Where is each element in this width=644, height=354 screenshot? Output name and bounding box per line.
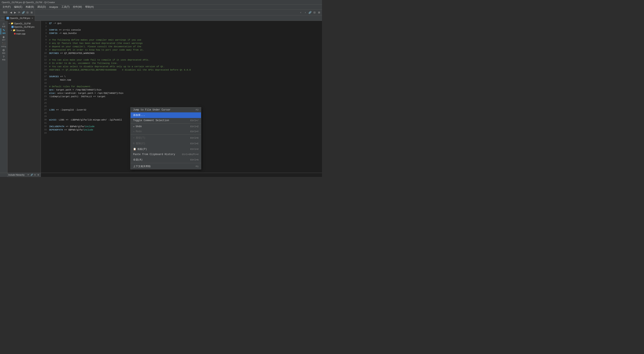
error-indicator [14, 33, 16, 34]
menu-controls[interactable]: 控件(W) [71, 5, 84, 9]
toolbar-project-label: 项目 [2, 11, 9, 14]
title-text: OpenGL_GLFW.pro @ OpenGL_GLFW - Qt Creat… [2, 1, 55, 3]
code-line-22: 22 else: unix:!android: target.path = /o… [41, 92, 322, 95]
ctx-jump-to-file[interactable]: Jump to File Under Cursor F2 [130, 107, 201, 112]
code-line-8: 8 # depend on your compiler). Please con… [41, 45, 322, 48]
ctx-context-help-shortcut: F1 [196, 165, 198, 168]
pro-file-label: OpenGL_GLFW.pro [14, 25, 34, 28]
menu-bar: 文件(F) 编辑(E) 构建(B) 调试(D) Analyze 工具(T) 控件… [0, 4, 322, 9]
ctx-toggle-comment-shortcut: Ctrl+/ [190, 119, 198, 122]
code-line-5: 5 [41, 35, 322, 38]
sources-arrow: ▼ [10, 29, 12, 31]
tab-file-icon [6, 17, 9, 19]
ctx-paste[interactable]: 📋 粘贴(P) Ctrl+V [130, 146, 201, 152]
edit-label: 编辑 [2, 32, 6, 34]
redo-icon: ↪ [133, 130, 134, 133]
menu-file[interactable]: 文件(F) [1, 5, 12, 9]
code-line-4: 4 CONFIG -= app_bundle [41, 32, 322, 35]
sidebar-help-btn[interactable]: ? 帮助 [0, 55, 7, 61]
toolbar-expand-btn[interactable]: ⊞ [30, 10, 34, 14]
ctx-context-help[interactable]: 上下文相关帮助 F1 [130, 164, 201, 169]
help-label: 帮助 [2, 59, 6, 61]
ctx-copy-label: 复制(C) [136, 142, 146, 145]
project-icon: ⚙ [2, 48, 5, 52]
hierarchy-sync-btn[interactable]: ⟳ [27, 173, 30, 176]
code-line-19: 19 [41, 82, 322, 85]
paste-icon: 📋 [133, 148, 136, 151]
toolbar-split-btn[interactable]: ⊟ [26, 10, 30, 14]
ctx-undo[interactable]: ↩ Undo Ctrl+Z [130, 124, 201, 129]
code-line-10: 10 DEFINES += QT_DEPRECATED_WARNINGS [41, 52, 322, 55]
pro-arrow [10, 26, 11, 28]
ctx-copy: ⎘ 复制(C) Ctrl+C [130, 141, 201, 146]
tree-sources[interactable]: ▼ 📁 Sources [8, 28, 40, 32]
menu-build[interactable]: 构建(B) [24, 5, 36, 9]
ctx-redo: ↪ Redo Ctrl+Y [130, 129, 201, 134]
ctx-divider-2 [130, 134, 201, 135]
tab-pro-file[interactable]: OpenGL_GLFW.pro ✕ [5, 15, 35, 21]
cut-icon: ✂ [133, 136, 134, 139]
toolbar-split2[interactable]: ⊟ [312, 10, 316, 14]
sidebar-edit-btn[interactable]: ✎ 编辑 [0, 28, 7, 34]
ctx-paste-history-shortcut: Ctrl+Shift+V [182, 153, 198, 156]
code-line-18: 18 main.cpp [41, 78, 322, 82]
code-line-2: 2 [41, 25, 322, 28]
ctx-undo-label: Undo [136, 125, 142, 128]
ctx-select-all[interactable]: 全选(A) Ctrl+A [130, 157, 201, 163]
toolbar-nav-fwd[interactable]: › [303, 10, 308, 14]
sidebar-project-btn[interactable]: ⚙ 项目 [0, 48, 7, 54]
ctx-copy-group: ⎘ 复制(C) [133, 142, 146, 145]
code-line-13: 13 # In order to do so, uncomment the fo… [41, 62, 322, 65]
copy-icon: ⎘ [133, 142, 134, 145]
tree-root[interactable]: ▼ 📁 OpenGL_GLFW [8, 22, 40, 25]
bottom-sidebar-spacer [0, 173, 8, 177]
toolbar-link-btn[interactable]: 🔗 [21, 10, 26, 14]
ctx-undo-shortcut: Ctrl+Z [190, 125, 198, 128]
editor-area[interactable]: 1 QT -= gui 2 3 CONFIG += c++11 console … [41, 21, 322, 173]
tree-main-cpp[interactable]: main.cpp [8, 32, 40, 35]
toolbar-expand2[interactable]: ⊞ [317, 10, 321, 14]
menu-help[interactable]: 帮助(H) [84, 5, 96, 9]
ctx-paste-group: 📋 粘贴(P) [133, 147, 147, 151]
sidebar-debug-btn[interactable]: ⬛ Debug [0, 42, 7, 48]
ctx-paste-history[interactable]: Paste from Clipboard History Ctrl+Shift+… [130, 152, 201, 157]
code-line-15: 15 #DEFINES += QT_DISABLE_DEPRECATED_BEF… [41, 68, 322, 72]
sidebar-welcome-btn[interactable]: ⌂ 欢迎 [0, 22, 7, 28]
pro-file-icon [12, 26, 14, 28]
ctx-redo-label: Redo [136, 130, 142, 133]
ctx-paste-shortcut: Ctrl+V [190, 148, 198, 150]
menu-tools[interactable]: 工具(T) [60, 5, 71, 9]
title-bar: OpenGL_GLFW.pro @ OpenGL_GLFW - Qt Creat… [0, 0, 322, 4]
hierarchy-link-btn[interactable]: 🔗 [30, 173, 33, 176]
code-line-14: 14 # You can also select to disable depr… [41, 65, 322, 68]
toolbar-sync-btn[interactable]: ⟳ [17, 10, 21, 14]
welcome-icon: ⌂ [3, 22, 4, 25]
ctx-toggle-comment[interactable]: Toggle Comment Selection Ctrl+/ [130, 118, 201, 123]
toolbar-back-btn[interactable]: ◀ [9, 10, 13, 14]
menu-edit[interactable]: 编辑(E) [12, 5, 24, 9]
toolbar-link2[interactable]: 🔗 [308, 10, 312, 14]
ctx-cut-shortcut: Ctrl+X [190, 137, 198, 139]
hierarchy-split-btn[interactable]: ⊟ [34, 173, 36, 176]
menu-analyze[interactable]: Analyze [48, 5, 60, 9]
sources-folder-icon: 📁 [13, 29, 16, 32]
tree-pro-file[interactable]: OpenGL_GLFW.pro [8, 25, 40, 28]
hierarchy-controls: ⟳ 🔗 ⊟ ⊞ [27, 173, 40, 176]
tab-close-btn[interactable]: ✕ [32, 17, 33, 19]
code-line-20: 20 # Default rules for deployment. [41, 85, 322, 88]
hierarchy-panel: Include Hierarchy ⟳ 🔗 ⊟ ⊞ [8, 173, 41, 177]
code-line-23: 23 !isEmpty(target.path): INSTALLS += ta… [41, 95, 322, 98]
ctx-jump-shortcut: F2 [196, 109, 198, 111]
ctx-cut-label: 剪切(T) [136, 136, 146, 140]
toolbar-forward-btn[interactable]: ▶ [13, 10, 17, 14]
tab-label: OpenGL_GLFW.pro [10, 17, 30, 19]
code-line-9: 9 # deprecated API in order to know how … [41, 48, 322, 52]
ctx-undo-group: ↩ Undo [133, 125, 142, 128]
hierarchy-expand-btn[interactable]: ⊞ [37, 173, 40, 176]
ctx-copy-shortcut: Ctrl+C [190, 142, 198, 145]
sidebar-design-btn[interactable]: ◈ 设计 [0, 35, 7, 41]
toolbar-nav-back[interactable]: ‹ [299, 10, 303, 14]
ctx-add-library[interactable]: 添加库... [130, 112, 201, 118]
welcome-label: 欢迎 [2, 25, 6, 28]
menu-debug[interactable]: 调试(D) [36, 5, 48, 9]
